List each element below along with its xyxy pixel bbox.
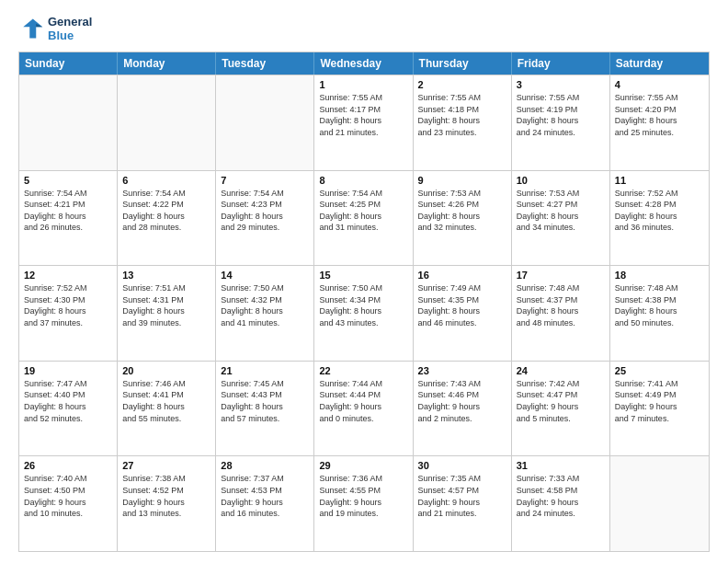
day-number: 13	[122, 270, 210, 281]
calendar-cell: 6Sunrise: 7:54 AM Sunset: 4:22 PM Daylig…	[118, 171, 216, 266]
calendar-week: 12Sunrise: 7:52 AM Sunset: 4:30 PM Dayli…	[19, 265, 709, 361]
day-number: 16	[418, 270, 506, 281]
calendar-cell: 29Sunrise: 7:36 AM Sunset: 4:55 PM Dayli…	[314, 456, 413, 551]
calendar-cell: 27Sunrise: 7:38 AM Sunset: 4:52 PM Dayli…	[118, 456, 216, 551]
calendar-body: 1Sunrise: 7:55 AM Sunset: 4:17 PM Daylig…	[19, 75, 709, 551]
day-number: 29	[319, 460, 407, 471]
calendar-day-header: Sunday	[19, 52, 118, 75]
day-info: Sunrise: 7:52 AM Sunset: 4:28 PM Dayligh…	[615, 188, 704, 234]
calendar-cell: 24Sunrise: 7:42 AM Sunset: 4:47 PM Dayli…	[512, 362, 610, 456]
day-info: Sunrise: 7:52 AM Sunset: 4:30 PM Dayligh…	[24, 282, 112, 328]
calendar-week: 19Sunrise: 7:47 AM Sunset: 4:40 PM Dayli…	[19, 361, 709, 456]
day-number: 8	[319, 175, 407, 186]
calendar-cell: 26Sunrise: 7:40 AM Sunset: 4:50 PM Dayli…	[19, 456, 118, 551]
calendar-cell: 2Sunrise: 7:55 AM Sunset: 4:18 PM Daylig…	[414, 75, 512, 170]
day-number: 14	[221, 270, 309, 281]
calendar-cell: 10Sunrise: 7:53 AM Sunset: 4:27 PM Dayli…	[512, 171, 610, 266]
day-info: Sunrise: 7:41 AM Sunset: 4:49 PM Dayligh…	[615, 378, 704, 424]
day-number: 9	[418, 175, 506, 186]
day-number: 12	[24, 270, 112, 281]
calendar-cell: 23Sunrise: 7:43 AM Sunset: 4:46 PM Dayli…	[414, 362, 512, 456]
day-info: Sunrise: 7:53 AM Sunset: 4:27 PM Dayligh…	[517, 188, 605, 234]
calendar-header: SundayMondayTuesdayWednesdayThursdayFrid…	[19, 52, 709, 75]
day-info: Sunrise: 7:45 AM Sunset: 4:43 PM Dayligh…	[221, 378, 309, 424]
calendar-cell: 31Sunrise: 7:33 AM Sunset: 4:58 PM Dayli…	[512, 456, 610, 551]
calendar-cell: 7Sunrise: 7:54 AM Sunset: 4:23 PM Daylig…	[216, 171, 314, 266]
calendar-cell: 17Sunrise: 7:48 AM Sunset: 4:37 PM Dayli…	[512, 266, 610, 361]
calendar-cell: 12Sunrise: 7:52 AM Sunset: 4:30 PM Dayli…	[19, 266, 118, 361]
day-info: Sunrise: 7:48 AM Sunset: 4:38 PM Dayligh…	[615, 282, 704, 328]
calendar-week: 5Sunrise: 7:54 AM Sunset: 4:21 PM Daylig…	[19, 170, 709, 266]
day-info: Sunrise: 7:42 AM Sunset: 4:47 PM Dayligh…	[517, 378, 605, 424]
calendar-cell: 5Sunrise: 7:54 AM Sunset: 4:21 PM Daylig…	[19, 171, 118, 266]
calendar-cell: 20Sunrise: 7:46 AM Sunset: 4:41 PM Dayli…	[118, 362, 216, 456]
calendar-cell: 21Sunrise: 7:45 AM Sunset: 4:43 PM Dayli…	[216, 362, 314, 456]
calendar-cell: 30Sunrise: 7:35 AM Sunset: 4:57 PM Dayli…	[414, 456, 512, 551]
day-info: Sunrise: 7:38 AM Sunset: 4:52 PM Dayligh…	[122, 473, 210, 519]
day-info: Sunrise: 7:47 AM Sunset: 4:40 PM Dayligh…	[24, 378, 112, 424]
day-number: 21	[221, 365, 309, 376]
calendar-cell: 22Sunrise: 7:44 AM Sunset: 4:44 PM Dayli…	[314, 362, 413, 456]
day-info: Sunrise: 7:54 AM Sunset: 4:21 PM Dayligh…	[24, 188, 112, 234]
calendar-cell	[216, 75, 314, 170]
day-number: 1	[319, 79, 407, 90]
day-number: 15	[319, 270, 407, 281]
logo-general: General	[48, 15, 92, 29]
day-number: 27	[122, 460, 210, 471]
day-info: Sunrise: 7:54 AM Sunset: 4:23 PM Dayligh…	[221, 188, 309, 234]
day-number: 23	[418, 365, 506, 376]
day-number: 10	[517, 175, 605, 186]
calendar-day-header: Saturday	[610, 52, 709, 75]
day-info: Sunrise: 7:55 AM Sunset: 4:17 PM Dayligh…	[319, 92, 407, 138]
day-number: 20	[122, 365, 210, 376]
day-info: Sunrise: 7:37 AM Sunset: 4:53 PM Dayligh…	[221, 473, 309, 519]
calendar-day-header: Wednesday	[314, 52, 413, 75]
calendar-cell	[19, 75, 118, 170]
day-number: 11	[615, 175, 704, 186]
calendar-cell: 25Sunrise: 7:41 AM Sunset: 4:49 PM Dayli…	[610, 362, 709, 456]
calendar-day-header: Tuesday	[216, 52, 314, 75]
calendar-cell: 16Sunrise: 7:49 AM Sunset: 4:35 PM Dayli…	[414, 266, 512, 361]
calendar-cell: 1Sunrise: 7:55 AM Sunset: 4:17 PM Daylig…	[314, 75, 413, 170]
day-number: 31	[517, 460, 605, 471]
day-info: Sunrise: 7:43 AM Sunset: 4:46 PM Dayligh…	[418, 378, 506, 424]
day-number: 5	[24, 175, 112, 186]
day-info: Sunrise: 7:40 AM Sunset: 4:50 PM Dayligh…	[24, 473, 112, 519]
day-info: Sunrise: 7:54 AM Sunset: 4:25 PM Dayligh…	[319, 188, 407, 234]
day-number: 28	[221, 460, 309, 471]
day-info: Sunrise: 7:55 AM Sunset: 4:19 PM Dayligh…	[517, 92, 605, 138]
calendar-cell: 28Sunrise: 7:37 AM Sunset: 4:53 PM Dayli…	[216, 456, 314, 551]
calendar-cell	[610, 456, 709, 551]
day-info: Sunrise: 7:46 AM Sunset: 4:41 PM Dayligh…	[122, 378, 210, 424]
day-number: 24	[517, 365, 605, 376]
day-info: Sunrise: 7:50 AM Sunset: 4:32 PM Dayligh…	[221, 282, 309, 328]
calendar-cell: 13Sunrise: 7:51 AM Sunset: 4:31 PM Dayli…	[118, 266, 216, 361]
logo-icon	[18, 16, 44, 41]
day-info: Sunrise: 7:53 AM Sunset: 4:26 PM Dayligh…	[418, 188, 506, 234]
calendar-day-header: Thursday	[414, 52, 512, 75]
day-info: Sunrise: 7:54 AM Sunset: 4:22 PM Dayligh…	[122, 188, 210, 234]
calendar-cell	[118, 75, 216, 170]
calendar-cell: 14Sunrise: 7:50 AM Sunset: 4:32 PM Dayli…	[216, 266, 314, 361]
logo-blue: Blue	[48, 29, 92, 42]
day-info: Sunrise: 7:35 AM Sunset: 4:57 PM Dayligh…	[418, 473, 506, 519]
svg-marker-1	[36, 24, 42, 28]
day-info: Sunrise: 7:55 AM Sunset: 4:18 PM Dayligh…	[418, 92, 506, 138]
day-info: Sunrise: 7:36 AM Sunset: 4:55 PM Dayligh…	[319, 473, 407, 519]
page: General Blue SundayMondayTuesdayWednesda…	[0, 0, 728, 563]
calendar-cell: 18Sunrise: 7:48 AM Sunset: 4:38 PM Dayli…	[610, 266, 709, 361]
day-number: 3	[517, 79, 605, 90]
day-number: 7	[221, 175, 309, 186]
header: General Blue	[18, 15, 710, 42]
day-number: 17	[517, 270, 605, 281]
calendar-cell: 11Sunrise: 7:52 AM Sunset: 4:28 PM Dayli…	[610, 171, 709, 266]
day-number: 18	[615, 270, 704, 281]
day-info: Sunrise: 7:49 AM Sunset: 4:35 PM Dayligh…	[418, 282, 506, 328]
calendar-cell: 4Sunrise: 7:55 AM Sunset: 4:20 PM Daylig…	[610, 75, 709, 170]
day-info: Sunrise: 7:33 AM Sunset: 4:58 PM Dayligh…	[517, 473, 605, 519]
day-info: Sunrise: 7:51 AM Sunset: 4:31 PM Dayligh…	[122, 282, 210, 328]
calendar-day-header: Monday	[118, 52, 216, 75]
calendar-cell: 9Sunrise: 7:53 AM Sunset: 4:26 PM Daylig…	[414, 171, 512, 266]
calendar-cell: 8Sunrise: 7:54 AM Sunset: 4:25 PM Daylig…	[314, 171, 413, 266]
calendar-week: 1Sunrise: 7:55 AM Sunset: 4:17 PM Daylig…	[19, 75, 709, 170]
